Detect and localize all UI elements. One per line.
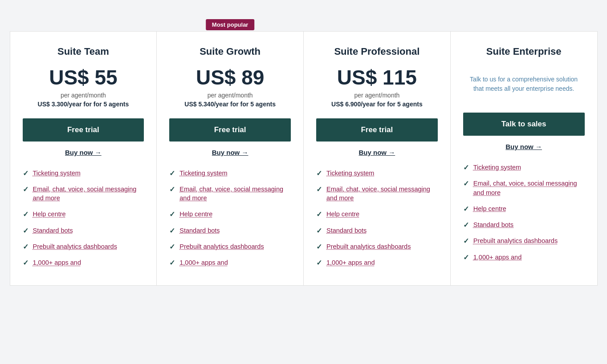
feature-item: ✓ Email, chat, voice, social messaging a… [169,185,291,203]
check-icon: ✓ [463,253,469,262]
feature-link[interactable]: Email, chat, voice, social messaging and… [33,185,144,203]
features-list-suite-team: ✓ Ticketing system ✓ Email, chat, voice,… [23,169,144,267]
plan-yearly-suite-growth: US$ 5.340/year for for 5 agents [169,101,291,108]
plan-card-suite-professional: Suite ProfessionalUS$ 115per agent/month… [304,31,451,286]
feature-link[interactable]: Ticketing system [326,169,374,178]
feature-link[interactable]: Standard bots [326,226,367,235]
feature-item: ✓ Standard bots [23,226,144,235]
plan-per-agent-suite-professional: per agent/month [316,92,438,99]
plan-name-suite-professional: Suite Professional [316,46,438,57]
cta-primary-suite-team[interactable]: Free trial [23,118,144,142]
feature-link[interactable]: Email, chat, voice, social messaging and… [179,185,291,203]
feature-link[interactable]: Help centre [473,204,506,213]
feature-link[interactable]: Standard bots [473,220,513,229]
feature-item: ✓ Prebuilt analytics dashboards [169,242,291,251]
feature-item: ✓ Email, chat, voice, social messaging a… [316,185,438,203]
check-icon: ✓ [316,226,322,235]
feature-link[interactable]: Standard bots [179,226,220,235]
check-icon: ✓ [316,169,322,178]
check-icon: ✓ [23,243,29,251]
feature-link[interactable]: 1,000+ apps and [473,253,521,262]
feature-link[interactable]: Ticketing system [473,163,521,172]
feature-link[interactable]: Ticketing system [179,169,227,178]
feature-item: ✓ Prebuilt analytics dashboards [463,236,585,245]
plan-card-suite-growth: Most popularSuite GrowthUS$ 89per agent/… [157,31,304,286]
plans-container: Suite TeamUS$ 55per agent/monthUS$ 3.300… [10,31,598,286]
buy-now-link-suite-growth[interactable]: Buy now → [169,149,291,156]
check-icon: ✓ [23,185,29,194]
feature-item: ✓ Help centre [463,204,585,213]
feature-link[interactable]: Help centre [33,210,66,218]
features-list-suite-enterprise: ✓ Ticketing system ✓ Email, chat, voice,… [463,163,585,262]
check-icon: ✓ [23,210,29,218]
plan-yearly-suite-professional: US$ 6.900/year for for 5 agents [316,101,438,108]
pricing-wrapper: Suite TeamUS$ 55per agent/monthUS$ 3.300… [9,18,598,286]
check-icon: ✓ [169,259,175,267]
check-icon: ✓ [463,163,469,172]
plan-name-suite-team: Suite Team [23,46,144,57]
features-list-suite-growth: ✓ Ticketing system ✓ Email, chat, voice,… [169,169,291,267]
plan-price-suite-growth: US$ 89 [169,66,291,89]
feature-link[interactable]: Standard bots [33,226,73,235]
check-icon: ✓ [463,237,469,245]
check-icon: ✓ [169,226,175,235]
feature-link[interactable]: Prebuilt analytics dashboards [326,242,411,251]
plan-name-suite-enterprise: Suite Enterprise [463,46,585,57]
feature-item: ✓ Email, chat, voice, social messaging a… [463,179,585,197]
feature-item: ✓ Email, chat, voice, social messaging a… [23,185,144,203]
feature-link[interactable]: 1,000+ apps and [33,258,81,267]
check-icon: ✓ [316,243,322,251]
plan-yearly-suite-team: US$ 3.300/year for for 5 agents [23,101,144,108]
check-icon: ✓ [169,210,175,218]
feature-item: ✓ 1,000+ apps and [23,258,144,267]
check-icon: ✓ [23,169,29,178]
feature-item: ✓ 1,000+ apps and [316,258,438,267]
plan-per-agent-suite-team: per agent/month [23,92,144,99]
check-icon: ✓ [463,205,469,213]
feature-link[interactable]: Help centre [179,210,212,218]
check-icon: ✓ [23,259,29,267]
feature-item: ✓ Prebuilt analytics dashboards [316,242,438,251]
feature-item: ✓ Help centre [316,210,438,218]
feature-link[interactable]: 1,000+ apps and [179,258,228,267]
plan-name-suite-growth: Suite Growth [169,46,291,57]
buy-now-link-suite-team[interactable]: Buy now → [23,149,144,156]
check-icon: ✓ [316,210,322,218]
feature-item: ✓ Ticketing system [463,163,585,172]
check-icon: ✓ [23,226,29,235]
feature-item: ✓ Standard bots [169,226,291,235]
feature-link[interactable]: Ticketing system [33,169,81,178]
feature-item: ✓ Ticketing system [169,169,291,178]
cta-primary-suite-professional[interactable]: Free trial [316,118,438,142]
features-list-suite-professional: ✓ Ticketing system ✓ Email, chat, voice,… [316,169,438,267]
check-icon: ✓ [169,185,175,194]
feature-link[interactable]: Email, chat, voice, social messaging and… [326,185,438,203]
feature-item: ✓ 1,000+ apps and [169,258,291,267]
feature-link[interactable]: Help centre [326,210,359,218]
feature-link[interactable]: Prebuilt analytics dashboards [473,236,558,245]
check-icon: ✓ [463,221,469,229]
buy-now-link-suite-professional[interactable]: Buy now → [316,149,438,156]
check-icon: ✓ [316,259,322,267]
feature-link[interactable]: Prebuilt analytics dashboards [179,242,264,251]
feature-item: ✓ Prebuilt analytics dashboards [23,242,144,251]
feature-item: ✓ Help centre [169,210,291,218]
feature-item: ✓ Help centre [23,210,144,218]
cta-primary-suite-growth[interactable]: Free trial [169,118,291,142]
plan-price-suite-team: US$ 55 [23,66,144,89]
check-icon: ✓ [169,243,175,251]
feature-item: ✓ Ticketing system [23,169,144,178]
feature-link[interactable]: Email, chat, voice, social messaging and… [473,179,585,197]
feature-item: ✓ 1,000+ apps and [463,253,585,262]
feature-item: ✓ Standard bots [316,226,438,235]
most-popular-badge: Most popular [206,19,255,30]
plan-price-suite-professional: US$ 115 [316,66,438,89]
plan-card-suite-team: Suite TeamUS$ 55per agent/monthUS$ 3.300… [10,31,157,286]
cta-primary-suite-enterprise[interactable]: Talk to sales [463,113,585,136]
check-icon: ✓ [169,169,175,178]
feature-link[interactable]: 1,000+ apps and [326,258,375,267]
plan-per-agent-suite-growth: per agent/month [169,92,291,99]
buy-now-link-suite-enterprise[interactable]: Buy now → [463,143,585,150]
feature-link[interactable]: Prebuilt analytics dashboards [33,242,117,251]
plan-card-suite-enterprise: Suite EnterpriseTalk to us for a compreh… [451,31,598,286]
